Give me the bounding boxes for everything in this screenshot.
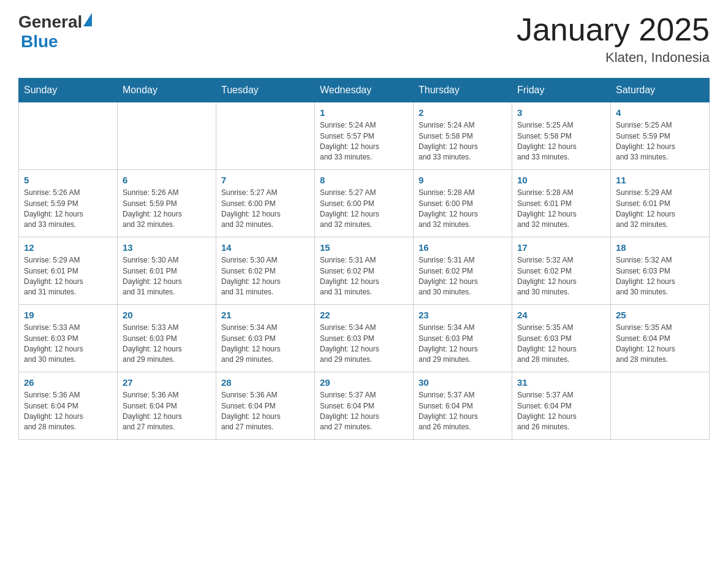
day-info: Sunrise: 5:29 AM Sunset: 6:01 PM Dayligh… xyxy=(24,255,112,298)
day-number: 3 xyxy=(517,107,605,118)
day-info: Sunrise: 5:31 AM Sunset: 6:02 PM Dayligh… xyxy=(320,255,408,298)
calendar-cell-w0d2 xyxy=(216,102,315,170)
calendar-cell-w1d4: 9Sunrise: 5:28 AM Sunset: 6:00 PM Daylig… xyxy=(414,170,512,237)
calendar-cell-w3d5: 24Sunrise: 5:35 AM Sunset: 6:03 PM Dayli… xyxy=(512,305,611,372)
day-info: Sunrise: 5:24 AM Sunset: 5:58 PM Dayligh… xyxy=(419,120,507,163)
calendar-cell-w4d0: 26Sunrise: 5:36 AM Sunset: 6:04 PM Dayli… xyxy=(19,372,118,440)
day-info: Sunrise: 5:37 AM Sunset: 6:04 PM Dayligh… xyxy=(517,390,605,433)
day-number: 14 xyxy=(221,242,309,253)
calendar-cell-w1d0: 5Sunrise: 5:26 AM Sunset: 5:59 PM Daylig… xyxy=(19,170,118,237)
logo-general: General xyxy=(18,12,82,32)
calendar-cell-w4d5: 31Sunrise: 5:37 AM Sunset: 6:04 PM Dayli… xyxy=(512,372,611,440)
day-info: Sunrise: 5:25 AM Sunset: 5:58 PM Dayligh… xyxy=(517,120,605,163)
day-number: 9 xyxy=(419,175,507,185)
calendar-cell-w0d3: 1Sunrise: 5:24 AM Sunset: 5:57 PM Daylig… xyxy=(315,102,414,170)
calendar-week-row-1: 5Sunrise: 5:26 AM Sunset: 5:59 PM Daylig… xyxy=(19,170,710,237)
day-number: 22 xyxy=(320,310,408,320)
calendar-cell-w3d0: 19Sunrise: 5:33 AM Sunset: 6:03 PM Dayli… xyxy=(19,305,118,372)
day-info: Sunrise: 5:37 AM Sunset: 6:04 PM Dayligh… xyxy=(320,390,408,433)
logo-triangle-icon xyxy=(83,13,92,26)
header: General Blue January 2025 Klaten, Indone… xyxy=(18,12,710,66)
day-number: 27 xyxy=(123,377,211,388)
day-number: 28 xyxy=(221,377,309,388)
calendar-cell-w3d4: 23Sunrise: 5:34 AM Sunset: 6:03 PM Dayli… xyxy=(414,305,512,372)
day-number: 24 xyxy=(517,310,605,320)
day-number: 15 xyxy=(320,242,408,253)
day-info: Sunrise: 5:34 AM Sunset: 6:03 PM Dayligh… xyxy=(419,323,507,366)
day-number: 8 xyxy=(320,175,408,185)
day-number: 2 xyxy=(419,107,507,118)
weekday-header-wednesday: Wednesday xyxy=(315,79,414,102)
calendar-cell-w2d1: 13Sunrise: 5:30 AM Sunset: 6:01 PM Dayli… xyxy=(118,237,216,305)
day-info: Sunrise: 5:29 AM Sunset: 6:01 PM Dayligh… xyxy=(616,188,704,231)
day-number: 11 xyxy=(616,175,704,185)
day-info: Sunrise: 5:24 AM Sunset: 5:57 PM Dayligh… xyxy=(320,120,408,163)
calendar-cell-w1d5: 10Sunrise: 5:28 AM Sunset: 6:01 PM Dayli… xyxy=(512,170,611,237)
day-info: Sunrise: 5:33 AM Sunset: 6:03 PM Dayligh… xyxy=(24,323,112,366)
calendar-cell-w4d3: 29Sunrise: 5:37 AM Sunset: 6:04 PM Dayli… xyxy=(315,372,414,440)
calendar-cell-w1d1: 6Sunrise: 5:26 AM Sunset: 5:59 PM Daylig… xyxy=(118,170,216,237)
calendar-cell-w2d5: 17Sunrise: 5:32 AM Sunset: 6:02 PM Dayli… xyxy=(512,237,611,305)
day-info: Sunrise: 5:28 AM Sunset: 6:00 PM Dayligh… xyxy=(419,188,507,231)
calendar-cell-w1d3: 8Sunrise: 5:27 AM Sunset: 6:00 PM Daylig… xyxy=(315,170,414,237)
day-number: 1 xyxy=(320,107,408,118)
day-number: 5 xyxy=(24,175,112,185)
calendar-cell-w0d5: 3Sunrise: 5:25 AM Sunset: 5:58 PM Daylig… xyxy=(512,102,611,170)
day-info: Sunrise: 5:30 AM Sunset: 6:01 PM Dayligh… xyxy=(123,255,211,298)
calendar-week-row-0: 1Sunrise: 5:24 AM Sunset: 5:57 PM Daylig… xyxy=(19,102,710,170)
weekday-header-friday: Friday xyxy=(512,79,611,102)
day-number: 21 xyxy=(221,310,309,320)
calendar-week-row-3: 19Sunrise: 5:33 AM Sunset: 6:03 PM Dayli… xyxy=(19,305,710,372)
calendar-week-row-4: 26Sunrise: 5:36 AM Sunset: 6:04 PM Dayli… xyxy=(19,372,710,440)
day-info: Sunrise: 5:33 AM Sunset: 6:03 PM Dayligh… xyxy=(123,323,211,366)
weekday-header-tuesday: Tuesday xyxy=(216,79,315,102)
calendar-cell-w4d6 xyxy=(611,372,710,440)
calendar-table: SundayMondayTuesdayWednesdayThursdayFrid… xyxy=(18,78,710,440)
day-number: 19 xyxy=(24,310,112,320)
day-info: Sunrise: 5:34 AM Sunset: 6:03 PM Dayligh… xyxy=(221,323,309,366)
weekday-header-monday: Monday xyxy=(118,79,216,102)
calendar-cell-w4d1: 27Sunrise: 5:36 AM Sunset: 6:04 PM Dayli… xyxy=(118,372,216,440)
day-number: 6 xyxy=(123,175,211,185)
calendar-cell-w4d4: 30Sunrise: 5:37 AM Sunset: 6:04 PM Dayli… xyxy=(414,372,512,440)
calendar-cell-w2d2: 14Sunrise: 5:30 AM Sunset: 6:02 PM Dayli… xyxy=(216,237,315,305)
calendar-subtitle: Klaten, Indonesia xyxy=(517,50,710,66)
day-info: Sunrise: 5:28 AM Sunset: 6:01 PM Dayligh… xyxy=(517,188,605,231)
calendar-cell-w4d2: 28Sunrise: 5:36 AM Sunset: 6:04 PM Dayli… xyxy=(216,372,315,440)
calendar-title: January 2025 xyxy=(517,12,710,47)
day-info: Sunrise: 5:37 AM Sunset: 6:04 PM Dayligh… xyxy=(419,390,507,433)
day-info: Sunrise: 5:26 AM Sunset: 5:59 PM Dayligh… xyxy=(24,188,112,231)
day-info: Sunrise: 5:35 AM Sunset: 6:03 PM Dayligh… xyxy=(517,323,605,366)
day-info: Sunrise: 5:36 AM Sunset: 6:04 PM Dayligh… xyxy=(221,390,309,433)
calendar-cell-w3d1: 20Sunrise: 5:33 AM Sunset: 6:03 PM Dayli… xyxy=(118,305,216,372)
day-info: Sunrise: 5:26 AM Sunset: 5:59 PM Dayligh… xyxy=(123,188,211,231)
calendar-cell-w2d0: 12Sunrise: 5:29 AM Sunset: 6:01 PM Dayli… xyxy=(19,237,118,305)
day-number: 16 xyxy=(419,242,507,253)
day-number: 26 xyxy=(24,377,112,388)
day-number: 7 xyxy=(221,175,309,185)
calendar-cell-w2d4: 16Sunrise: 5:31 AM Sunset: 6:02 PM Dayli… xyxy=(414,237,512,305)
day-info: Sunrise: 5:30 AM Sunset: 6:02 PM Dayligh… xyxy=(221,255,309,298)
day-number: 10 xyxy=(517,175,605,185)
calendar-cell-w1d2: 7Sunrise: 5:27 AM Sunset: 6:00 PM Daylig… xyxy=(216,170,315,237)
day-number: 31 xyxy=(517,377,605,388)
title-section: January 2025 Klaten, Indonesia xyxy=(517,12,710,66)
day-number: 18 xyxy=(616,242,704,253)
day-info: Sunrise: 5:36 AM Sunset: 6:04 PM Dayligh… xyxy=(24,390,112,433)
calendar-week-row-2: 12Sunrise: 5:29 AM Sunset: 6:01 PM Dayli… xyxy=(19,237,710,305)
weekday-header-saturday: Saturday xyxy=(611,79,710,102)
day-number: 17 xyxy=(517,242,605,253)
calendar-cell-w2d3: 15Sunrise: 5:31 AM Sunset: 6:02 PM Dayli… xyxy=(315,237,414,305)
day-number: 13 xyxy=(123,242,211,253)
day-number: 12 xyxy=(24,242,112,253)
weekday-header-thursday: Thursday xyxy=(414,79,512,102)
day-number: 4 xyxy=(616,107,704,118)
day-number: 23 xyxy=(419,310,507,320)
calendar-cell-w1d6: 11Sunrise: 5:29 AM Sunset: 6:01 PM Dayli… xyxy=(611,170,710,237)
day-number: 25 xyxy=(616,310,704,320)
calendar-cell-w3d3: 22Sunrise: 5:34 AM Sunset: 6:03 PM Dayli… xyxy=(315,305,414,372)
weekday-header-sunday: Sunday xyxy=(19,79,118,102)
calendar-cell-w2d6: 18Sunrise: 5:32 AM Sunset: 6:03 PM Dayli… xyxy=(611,237,710,305)
calendar-cell-w3d2: 21Sunrise: 5:34 AM Sunset: 6:03 PM Dayli… xyxy=(216,305,315,372)
day-number: 20 xyxy=(123,310,211,320)
